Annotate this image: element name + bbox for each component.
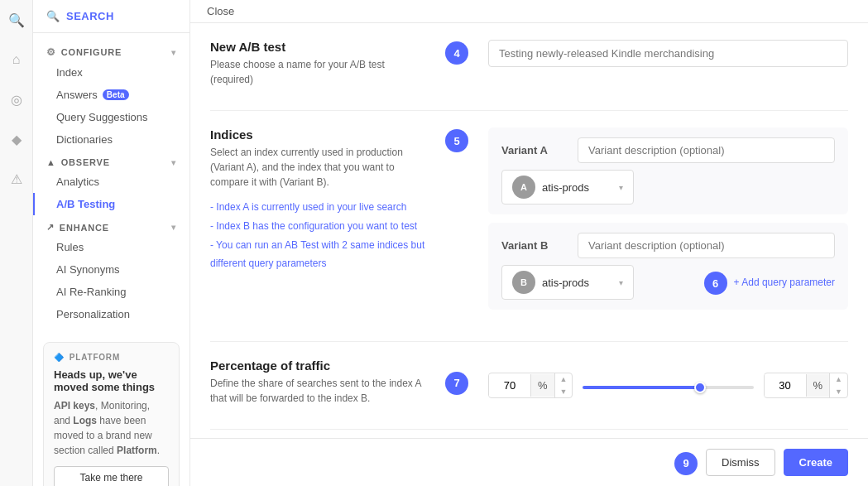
rules-label: Rules	[56, 241, 84, 253]
main-footer: 9 Dismiss Create	[190, 438, 868, 486]
create-button[interactable]: Create	[784, 449, 848, 476]
main-body: New A/B test Please choose a name for yo…	[190, 23, 868, 438]
traffic-slider[interactable]	[583, 386, 753, 389]
sidebar-item-query-suggestions[interactable]: Query Suggestions	[33, 106, 189, 128]
traffic-right-value-input[interactable]	[765, 374, 806, 397]
analytics-label: Analytics	[56, 176, 99, 188]
new-ab-test-title: New A/B test	[210, 40, 425, 54]
traffic-right-up-arrow[interactable]: ▲	[830, 373, 847, 386]
new-ab-test-section: New A/B test Please choose a name for yo…	[210, 40, 848, 87]
platform-box: 🔷 PLATFORM Heads up, we've moved some th…	[43, 342, 180, 486]
indices-section: Indices Select an index currently used i…	[210, 128, 848, 318]
home-nav-icon[interactable]: ⌂	[3, 46, 30, 73]
index-a-name: atis-prods	[542, 181, 612, 194]
traffic-right-arrows: ▲ ▼	[829, 373, 847, 398]
chevron-observe-icon: ▾	[171, 158, 176, 167]
search-nav-icon[interactable]: 🔍	[3, 7, 30, 33]
bullet-2: - Index B has the configuration you want…	[210, 217, 425, 236]
step-6-badge: 6	[704, 272, 727, 295]
chevron-configure-icon: ▾	[171, 48, 176, 57]
ab-test-name-input[interactable]	[488, 40, 848, 67]
search-icon: 🔍	[46, 10, 60, 22]
configure-section[interactable]: ⚙ CONFIGURE ▾	[33, 40, 189, 61]
observe-section[interactable]: ▲ OBSERVE ▾	[33, 151, 189, 171]
add-query-param-button[interactable]: + Add query parameter	[734, 273, 835, 291]
variant-a-block: Variant A A atis-prods ▾	[488, 128, 848, 214]
traffic-left-unit: %	[530, 374, 554, 397]
chevron-enhance-icon: ▾	[171, 223, 176, 232]
diamond-nav-icon[interactable]: ◆	[3, 126, 30, 152]
sidebar-nav: ⚙ CONFIGURE ▾ Index Answers Beta Query S…	[33, 33, 189, 332]
sidebar-item-analytics[interactable]: Analytics	[33, 171, 189, 193]
enhance-label: ENHANCE	[60, 223, 109, 233]
chevron-a-icon: ▾	[619, 183, 623, 192]
main-content: Close New A/B test Please choose a name …	[190, 0, 868, 486]
step-4-badge: 4	[445, 41, 468, 65]
sidebar-item-rules[interactable]: Rules	[33, 236, 189, 258]
step-7-badge: 7	[445, 372, 468, 395]
observe-icon: ▲	[46, 157, 56, 167]
indices-description: Select an index currently used in produc…	[210, 145, 425, 190]
sidebar-title: SEARCH	[66, 10, 114, 22]
traffic-left-arrows: ▲ ▼	[554, 373, 573, 398]
ai-synonyms-label: AI Synonyms	[56, 263, 120, 276]
enhance-section[interactable]: ↗ ENHANCE ▾	[33, 215, 189, 236]
traffic-right-unit: %	[806, 374, 830, 397]
sidebar-top: 🔍 SEARCH	[33, 0, 189, 33]
sidebar-item-dictionaries[interactable]: Dictionaries	[33, 128, 189, 151]
traffic-controls: % ▲ ▼ % ▲ ▼	[488, 373, 848, 399]
index-a-avatar: A	[512, 176, 535, 199]
main-header: Close	[190, 0, 868, 23]
step-9-badge: 9	[674, 452, 698, 475]
index-b-avatar: B	[512, 271, 535, 294]
sidebar-item-answers[interactable]: Answers Beta	[33, 84, 189, 106]
alert-nav-icon[interactable]: ⚠	[3, 166, 30, 192]
personalization-label: Personalization	[56, 308, 130, 320]
traffic-right-down-arrow[interactable]: ▼	[830, 386, 847, 398]
index-b-name: atis-prods	[542, 277, 612, 289]
chevron-b-icon: ▾	[619, 278, 623, 287]
traffic-title: Percentage of traffic	[210, 358, 425, 373]
sidebar-item-ab-testing[interactable]: A/B Testing	[33, 193, 189, 215]
sidebar-item-index[interactable]: Index	[33, 61, 189, 84]
left-icon-bar: 🔍 ⌂ ◎ ◆ ⚠	[0, 0, 33, 486]
platform-title: Heads up, we've moved some things	[54, 368, 169, 393]
traffic-left-value-input[interactable]	[489, 374, 530, 397]
index-b-selector[interactable]: B atis-prods ▾	[501, 265, 634, 300]
traffic-slider-wrap	[583, 379, 753, 392]
traffic-left-up-arrow[interactable]: ▲	[555, 373, 573, 386]
traffic-left-down-arrow[interactable]: ▼	[555, 386, 573, 398]
traffic-left-input-wrap: % ▲ ▼	[488, 373, 573, 399]
indices-left: Indices Select an index currently used i…	[210, 128, 425, 273]
observe-label: OBSERVE	[61, 157, 110, 167]
answers-label: Answers	[56, 89, 98, 101]
traffic-left: Percentage of traffic Define the share o…	[210, 358, 425, 406]
take-me-there-button[interactable]: Take me there	[54, 466, 169, 486]
new-ab-test-description: Please choose a name for your A/B test (…	[210, 57, 425, 87]
sidebar-item-ai-synonyms[interactable]: AI Synonyms	[33, 258, 189, 281]
variant-a-label: Variant A	[501, 144, 568, 156]
platform-icon: 🔷	[54, 353, 65, 362]
platform-text: API keys, Monitoring, and Logs have been…	[54, 398, 169, 458]
sidebar-item-ai-reranking[interactable]: AI Re-Ranking	[33, 281, 189, 303]
traffic-right: % ▲ ▼ % ▲ ▼	[488, 366, 848, 399]
variant-b-description-input[interactable]	[578, 233, 835, 258]
platform-label: PLATFORM	[70, 353, 120, 362]
answers-badge: Beta	[103, 89, 129, 100]
variant-a-description-input[interactable]	[578, 137, 835, 163]
indices-right: Variant A A atis-prods ▾ Variant B	[488, 128, 848, 318]
dismiss-button[interactable]: Dismiss	[706, 449, 775, 476]
enhance-icon: ↗	[46, 222, 55, 233]
person-nav-icon[interactable]: ◎	[3, 86, 30, 113]
new-ab-test-right	[488, 40, 848, 67]
indices-title: Indices	[210, 128, 425, 142]
traffic-right-input-wrap: % ▲ ▼	[764, 373, 848, 399]
indices-bullets: - Index A is currently used in your live…	[210, 198, 425, 273]
ai-reranking-label: AI Re-Ranking	[56, 286, 127, 298]
configure-label: CONFIGURE	[61, 47, 122, 57]
close-button[interactable]: Close	[207, 5, 234, 17]
ab-testing-label: A/B Testing	[56, 198, 115, 210]
sidebar: 🔍 SEARCH ⚙ CONFIGURE ▾ Index Answers Bet…	[33, 0, 190, 486]
index-a-selector[interactable]: A atis-prods ▾	[501, 170, 634, 205]
sidebar-item-personalization[interactable]: Personalization	[33, 303, 189, 325]
